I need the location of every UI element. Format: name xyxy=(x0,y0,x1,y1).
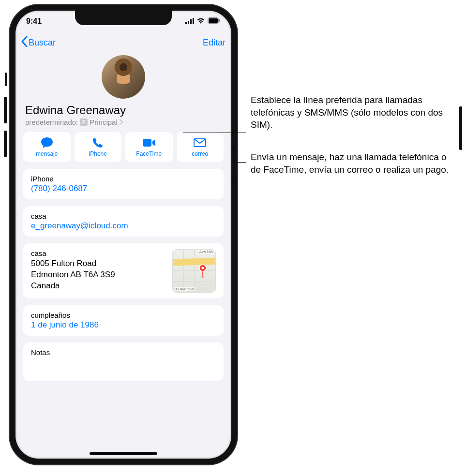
message-button[interactable]: mensaje xyxy=(23,132,71,162)
callout-text-sim: Establece la línea preferida para llamad… xyxy=(251,94,459,131)
call-button[interactable]: iPhone xyxy=(75,132,122,162)
email-label: casa xyxy=(31,212,216,220)
svg-rect-7 xyxy=(143,139,151,147)
map-pin-icon xyxy=(199,264,207,280)
sim-badge: P xyxy=(80,119,88,126)
edit-button[interactable]: Editar xyxy=(203,38,225,48)
facetime-label: FaceTime xyxy=(136,150,162,157)
action-row: mensaje iPhone FaceTime correo xyxy=(23,132,224,162)
phone-label: iPhone xyxy=(31,175,216,183)
message-label: mensaje xyxy=(36,150,58,157)
callout-text-actions: Envía un mensaje, haz una llamada telefó… xyxy=(251,151,459,176)
mail-label: correo xyxy=(192,150,208,157)
message-icon xyxy=(41,137,53,149)
svg-rect-3 xyxy=(193,18,194,24)
nav-bar: Buscar Editar xyxy=(15,32,231,53)
birthday-value: 1 de junio de 1986 xyxy=(31,320,216,330)
phone-frame: 9:41 Buscar Editar Edwina Greenaway pred… xyxy=(10,5,237,464)
volume-up-button xyxy=(4,97,7,123)
phone-value: (780) 246-0687 xyxy=(31,184,216,193)
svg-rect-11 xyxy=(202,271,203,277)
avatar[interactable] xyxy=(102,55,145,99)
mail-icon xyxy=(194,137,206,149)
address-line3: Canada xyxy=(31,281,115,292)
default-line-row[interactable]: predeterminado: P Principal xyxy=(23,118,224,126)
svg-rect-2 xyxy=(190,19,192,24)
mail-button[interactable]: correo xyxy=(177,132,224,162)
home-indicator[interactable] xyxy=(90,452,157,455)
call-label: iPhone xyxy=(89,150,107,157)
svg-point-10 xyxy=(202,267,204,269)
address-label: casa xyxy=(31,249,115,257)
address-line1: 5005 Fulton Road xyxy=(31,258,115,269)
chevron-right-icon xyxy=(120,118,123,126)
map-thumbnail[interactable]: Ave NW 03 Ave NW xyxy=(172,249,216,293)
phone-card[interactable]: iPhone (780) 246-0687 xyxy=(23,169,224,199)
map-street-label-1: Ave NW xyxy=(198,250,214,254)
facetime-button[interactable]: FaceTime xyxy=(125,132,173,162)
notes-label: Notas xyxy=(31,348,216,357)
status-time: 9:41 xyxy=(26,17,42,26)
birthday-label: cumpleaños xyxy=(31,311,216,319)
address-line2: Edmonton AB T6A 3S9 xyxy=(31,269,115,281)
notes-card[interactable]: Notas xyxy=(23,342,224,381)
wifi-icon xyxy=(196,17,205,26)
phone-icon xyxy=(92,137,103,149)
email-card[interactable]: casa e_greenaway@icloud.com xyxy=(23,206,224,237)
svg-rect-0 xyxy=(185,22,187,24)
svg-rect-5 xyxy=(209,18,218,23)
power-button xyxy=(459,106,462,150)
default-prefix: predeterminado: xyxy=(25,118,78,126)
callout-connector xyxy=(235,162,246,163)
mute-switch xyxy=(5,73,7,86)
chevron-left-icon xyxy=(21,36,28,49)
battery-icon xyxy=(208,17,221,26)
birthday-card[interactable]: cumpleaños 1 de junio de 1986 xyxy=(23,305,224,336)
back-label: Buscar xyxy=(29,38,56,48)
volume-down-button xyxy=(4,131,7,157)
cellular-icon xyxy=(185,17,194,26)
sim-name: Principal xyxy=(90,118,118,126)
notch xyxy=(75,11,172,25)
svg-rect-1 xyxy=(188,21,189,24)
map-street-label-2: 03 Ave NW xyxy=(174,287,195,291)
email-value: e_greenaway@icloud.com xyxy=(31,221,216,231)
back-button[interactable]: Buscar xyxy=(21,36,56,49)
facetime-icon xyxy=(142,137,156,149)
address-card[interactable]: casa 5005 Fulton Road Edmonton AB T6A 3S… xyxy=(23,243,224,298)
svg-rect-6 xyxy=(219,19,220,22)
svg-point-12 xyxy=(201,277,204,278)
contact-name: Edwina Greenaway xyxy=(23,104,224,117)
callout-bracket xyxy=(231,147,235,177)
callout-connector xyxy=(183,133,246,133)
